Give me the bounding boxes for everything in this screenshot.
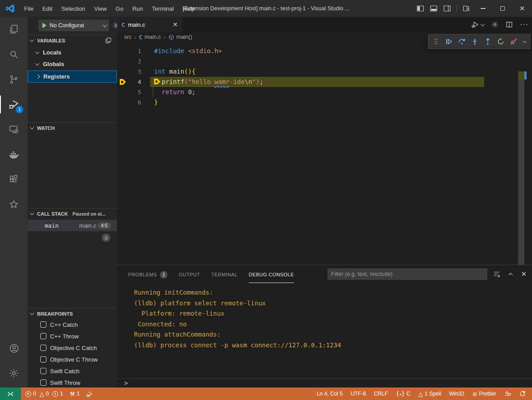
settings-gear-icon[interactable] (0, 361, 28, 386)
tab-close-icon[interactable]: ✕ (172, 21, 178, 28)
breadcrumb-file[interactable]: main.c (145, 34, 161, 40)
breadcrumb-symbol[interactable]: main() (176, 34, 192, 40)
platform-target[interactable]: Win32 (449, 391, 464, 397)
breakpoint-checkbox[interactable] (40, 333, 46, 339)
code-line-5[interactable]: 5 return 0; (117, 87, 532, 97)
step-out-icon[interactable] (482, 35, 494, 48)
close-panel-icon[interactable]: ✕ (521, 270, 527, 278)
split-editor-icon[interactable] (506, 21, 513, 28)
customize-layout-icon[interactable] (460, 0, 473, 17)
code-editor[interactable]: 1#include <stdio.h>23int main(){4printf(… (117, 42, 532, 265)
debug-console-input[interactable]: > (117, 378, 532, 388)
code-line-3[interactable]: 3int main(){ (117, 67, 532, 77)
call-stack-frame[interactable]: main main.c 4:5 (28, 220, 117, 231)
encoding[interactable]: UTF-8 (351, 391, 366, 397)
breakpoint-checkbox[interactable] (40, 379, 46, 386)
language-mode[interactable]: {} C (396, 391, 411, 397)
toggle-secondary-sidebar-icon[interactable] (440, 0, 454, 17)
debug-config-dropdown[interactable]: No Configurat (38, 20, 109, 31)
breakpoint-label: Swift Throw (50, 379, 80, 386)
call-stack-section-header[interactable]: CALL STACK Paused on st... (28, 208, 117, 219)
variables-scope-registers[interactable]: Registers (28, 71, 117, 83)
breakpoint-item[interactable]: Objective C Catch (28, 342, 117, 354)
menu-file[interactable]: File (20, 0, 38, 17)
tools-status[interactable]: ⚒ 1 (70, 391, 80, 397)
extensions-icon[interactable] (0, 167, 28, 192)
c-file-icon: C (121, 21, 125, 28)
breakpoint-item[interactable]: C++ Throw (28, 330, 117, 342)
start-debug-play-icon[interactable] (42, 23, 46, 28)
watch-section-header[interactable]: WATCH (28, 122, 117, 133)
favorites-star-icon[interactable] (0, 192, 28, 217)
panel-tab-output[interactable]: OUTPUT (179, 265, 200, 283)
code-token: \n (244, 78, 252, 85)
problems-status[interactable]: × 0 △ 0 i 1 (25, 391, 63, 397)
breakpoint-item[interactable]: C++ Catch (28, 319, 117, 330)
breakpoint-checkbox[interactable] (40, 345, 46, 351)
feedback-icon[interactable] (504, 391, 511, 397)
maximize-panel-chevron-icon[interactable] (507, 271, 514, 277)
breakpoint-checkbox[interactable] (40, 321, 46, 328)
clear-console-icon[interactable] (493, 271, 500, 278)
breakpoint-item[interactable]: Objective C Throw (28, 354, 117, 365)
toggle-sidebar-icon[interactable] (414, 0, 427, 17)
cursor-position[interactable]: Ln 4, Col 5 (317, 391, 343, 397)
menu-help[interactable]: Help (178, 0, 199, 17)
breadcrumb-folder[interactable]: src (124, 34, 132, 40)
variables-section-header[interactable]: VARIABLES (28, 35, 117, 46)
breakpoint-item[interactable]: Swift Catch (28, 365, 117, 377)
continue-icon[interactable] (443, 35, 455, 48)
maximize-button[interactable] (493, 0, 512, 17)
more-actions-icon[interactable]: ··· (520, 21, 528, 29)
editor-settings-gear-icon[interactable] (491, 21, 498, 28)
overview-ruler[interactable] (518, 42, 524, 265)
menu-terminal[interactable]: Terminal (147, 0, 178, 17)
variables-scope-locals[interactable]: Locals (28, 46, 117, 58)
variables-scope-globals[interactable]: Globals (28, 58, 117, 70)
breakpoints-section-header[interactable]: BREAKPOINTS (28, 308, 117, 319)
remote-explorer-icon[interactable] (0, 117, 28, 142)
menu-go[interactable]: Go (111, 0, 128, 17)
breakpoint-item[interactable]: Swift Throw (28, 377, 117, 388)
code-line-6[interactable]: 6} (117, 97, 532, 108)
eol-sequence[interactable]: CRLF (374, 391, 388, 397)
tab-main-c[interactable]: C main.c ✕ (117, 17, 182, 32)
spell-checker-status[interactable]: △ 1 Spell (419, 391, 441, 397)
panels-copy-icon[interactable] (105, 37, 112, 44)
toolbar-chevron-down-icon[interactable] (520, 35, 528, 48)
accounts-icon[interactable] (0, 336, 28, 361)
minimize-button[interactable] (473, 0, 493, 17)
panel-tab-problems[interactable]: PROBLEMS1 (128, 265, 168, 283)
menu-run[interactable]: Run (128, 0, 147, 17)
code-line-4[interactable]: 4printf("hello wamr-ide\n"); (117, 77, 532, 87)
notifications-bell-icon[interactable] (519, 391, 526, 397)
formatter-status[interactable]: ⊘ Prettier (472, 391, 496, 397)
search-icon[interactable] (0, 42, 28, 67)
panel-tab-debug-console[interactable]: DEBUG CONSOLE (249, 265, 294, 283)
run-and-debug-icon[interactable]: 1 (0, 92, 28, 117)
breakpoint-checkbox[interactable] (40, 368, 46, 374)
breakpoint-checkbox[interactable] (40, 356, 46, 362)
step-over-icon[interactable] (456, 35, 468, 48)
menu-view[interactable]: View (90, 0, 111, 17)
debug-console-output[interactable]: Running initCommands:(lldb) platform sel… (134, 288, 523, 350)
source-control-icon[interactable] (0, 67, 28, 92)
menu-selection[interactable]: Selection (57, 0, 89, 17)
configure-gear-icon[interactable] (113, 22, 117, 29)
explorer-icon[interactable] (0, 17, 28, 42)
debug-status-icon[interactable] (86, 391, 93, 397)
panel-tab-terminal[interactable]: TERMINAL (211, 265, 238, 283)
code-line-2[interactable]: 2 (117, 56, 532, 67)
debug-console-filter-input[interactable] (327, 268, 487, 280)
close-button[interactable]: ✕ (512, 0, 532, 17)
menu-edit[interactable]: Edit (38, 0, 57, 17)
docker-icon[interactable] (0, 142, 28, 167)
restart-icon[interactable] (494, 35, 507, 48)
scrollbar-slider[interactable] (518, 79, 524, 265)
disconnect-icon[interactable] (507, 35, 519, 48)
step-into-icon[interactable] (469, 35, 481, 48)
remote-indicator[interactable] (0, 388, 21, 400)
toggle-panel-icon[interactable] (427, 0, 440, 17)
toolbar-drag-grip[interactable] (430, 35, 442, 48)
run-or-debug-button[interactable] (471, 21, 484, 28)
